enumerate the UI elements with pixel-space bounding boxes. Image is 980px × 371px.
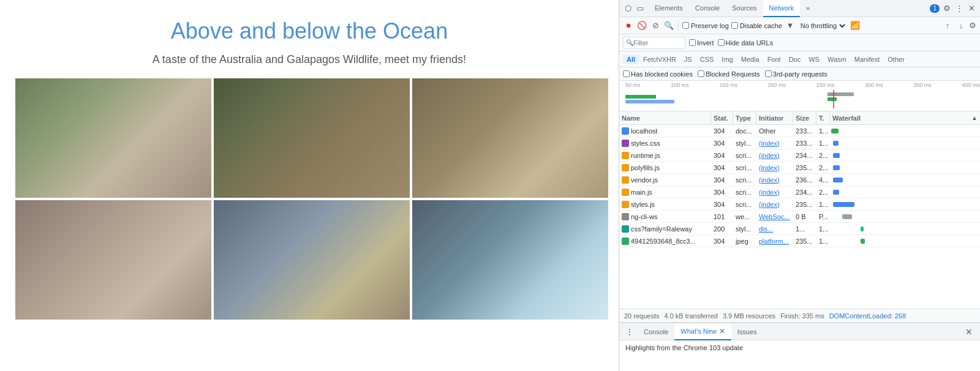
disable-cache-checkbox[interactable] [731,22,738,29]
tick-400: 400 ms [962,82,980,88]
tab-elements[interactable]: Elements [649,0,689,17]
hide-data-urls-label[interactable]: Hide data URLs [718,39,774,47]
initiator-link[interactable]: platform... [759,238,789,245]
settings-icon[interactable]: ⚙ [942,4,952,13]
blocked-cookies-label[interactable]: Has blocked cookies [623,70,693,78]
row-status: 304 [711,174,733,186]
initiator-link[interactable]: (index) [759,152,780,159]
third-party-checkbox[interactable] [765,70,772,77]
row-initiator: Other [756,125,793,137]
bottom-menu-icon[interactable]: ⋮ [622,327,638,337]
row-status: 304 [711,162,733,173]
filter-input[interactable] [633,39,682,47]
blocked-cookies-checkbox[interactable] [623,70,630,77]
tab-network[interactable]: Network [763,0,800,17]
more-icon[interactable]: ⋮ [954,4,964,13]
search-icon[interactable]: 🔍 [663,20,674,31]
blocked-requests-checkbox[interactable] [698,70,704,77]
pill-doc[interactable]: Doc [785,54,805,64]
col-header-status[interactable]: Stat. [711,111,733,124]
table-row[interactable]: styles.css 304 styl... (index) 233... 1.… [619,137,980,149]
throttle-select[interactable]: No throttling Fast 3G Slow 3G Offline [798,21,847,30]
pill-ws[interactable]: WS [805,54,823,64]
initiator-link[interactable]: dis... [759,225,773,233]
third-party-label[interactable]: 3rd-party requests [765,70,827,78]
col-header-size[interactable]: Size [793,111,816,124]
col-header-name[interactable]: Name [619,111,711,124]
pill-other[interactable]: Other [884,54,908,64]
doc-icon [622,127,629,135]
pill-media[interactable]: Media [737,54,763,64]
col-header-initiator[interactable]: Initiator [756,111,793,124]
initiator-link[interactable]: (index) [759,201,780,208]
pill-img[interactable]: Img [718,54,736,64]
import-icon[interactable]: ↑ [942,20,953,31]
record-button[interactable]: ⏺ [623,20,634,31]
tab-more[interactable]: » [800,0,816,17]
pill-fetch[interactable]: Fetch/XHR [639,54,680,64]
bottom-panel-close-button[interactable]: ✕ [960,327,978,337]
pill-wasm[interactable]: Wasm [824,54,850,64]
preserve-log-checkbox[interactable] [682,22,689,29]
initiator-link[interactable]: (index) [759,140,780,147]
tab-whats-new[interactable]: What's New ✕ [674,323,731,340]
invert-checkbox[interactable] [689,39,696,46]
pill-js[interactable]: JS [680,54,696,64]
device-icon[interactable]: ▭ [635,4,645,13]
table-row[interactable]: polyfills.js 304 scri... (index) 235... … [619,162,980,174]
col-header-type[interactable]: Type [733,111,756,124]
wifi-icon[interactable]: 📶 [850,20,861,31]
inspect-icon[interactable]: ⬡ [623,4,633,13]
tab-console-bottom[interactable]: Console [638,323,674,340]
initiator-link[interactable]: (index) [759,189,780,196]
export-icon[interactable]: ↓ [956,20,967,31]
tab-issues[interactable]: Issues [731,323,763,340]
table-row[interactable]: main.js 304 scri... (index) 234... 2... [619,186,980,198]
disable-cache-label[interactable]: Disable cache [731,22,782,29]
row-waterfall [830,149,980,161]
row-type: styl... [733,137,756,149]
photo-iguana [412,78,608,198]
row-name: localhost [619,125,711,137]
pill-manifest[interactable]: Manifest [851,54,884,64]
toolbar-gear-icon[interactable]: ⚙ [969,21,976,30]
hide-data-urls-checkbox[interactable] [718,39,725,46]
row-status: 101 [711,211,733,222]
row-initiator: (index) [756,198,793,210]
col-header-time[interactable]: T. [816,111,830,124]
tick-350: 350 ms [913,82,932,88]
row-size: 235... [793,198,816,210]
row-type: scri... [733,149,756,161]
table-row[interactable]: ng-cli-ws 101 we... WebSoc... 0 B P... [619,211,980,223]
tick-300: 300 ms [865,82,883,88]
timeline-inner: 50 ms 100 ms 150 ms 200 ms 250 ms 300 ms… [619,81,980,111]
initiator-link[interactable]: WebSoc... [759,213,790,220]
table-row[interactable]: 49412593648_8cc3... 304 jpeg platform...… [619,235,980,247]
row-time: P... [816,211,830,222]
invert-label[interactable]: Invert [689,39,714,47]
table-row[interactable]: css?family=Raleway 200 styl... dis... 1.… [619,223,980,235]
close-icon[interactable]: ✕ [967,4,976,13]
tab-console[interactable]: Console [689,0,726,17]
pill-all[interactable]: All [623,54,639,64]
table-row[interactable]: styles.js 304 scri... (index) 235... 1..… [619,198,980,211]
initiator-link[interactable]: (index) [759,164,780,171]
col-header-waterfall[interactable]: Waterfall ▲ [830,111,980,124]
blocked-requests-label[interactable]: Blocked Requests [698,70,760,78]
tick-labels: 50 ms 100 ms 150 ms 200 ms 250 ms 300 ms… [625,82,980,88]
pill-font[interactable]: Font [764,54,785,64]
network-toolbar: ⏺ 🚫 ⊘ 🔍 Preserve log Disable cache ▼ No … [619,17,980,34]
filter-icon[interactable]: ⊘ [650,20,661,31]
initiator-link[interactable]: (index) [759,176,780,184]
row-initiator: (index) [756,149,793,161]
table-row[interactable]: localhost 304 doc... Other 233... 1... [619,125,980,137]
table-row[interactable]: runtime.js 304 scri... (index) 234... 2.… [619,149,980,162]
whats-new-close-icon[interactable]: ✕ [719,327,725,335]
tab-sources[interactable]: Sources [726,0,763,17]
table-row[interactable]: vendor.js 304 scri... (index) 236... 4..… [619,174,980,186]
preserve-log-text: Preserve log [691,22,729,29]
stop-button[interactable]: 🚫 [636,20,647,31]
preserve-log-label[interactable]: Preserve log [682,22,729,29]
pill-css[interactable]: CSS [696,54,718,64]
throttle-icon[interactable]: ▼ [785,20,796,31]
